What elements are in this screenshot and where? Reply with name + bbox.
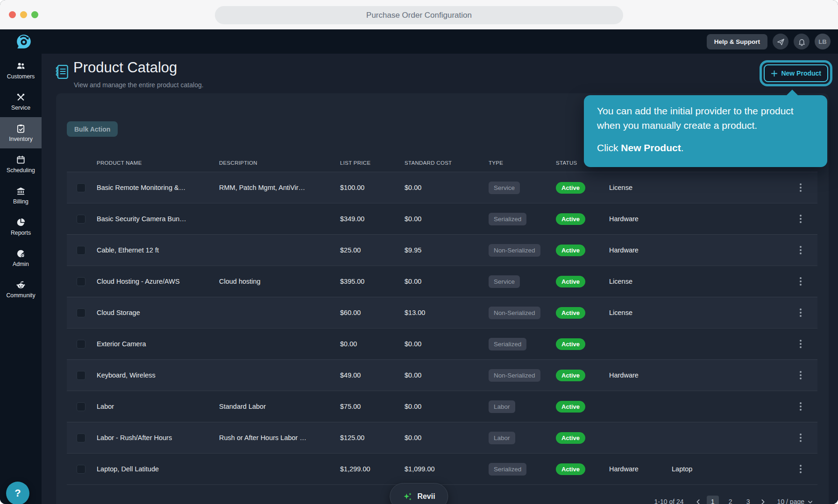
cell-list-price: $349.00 [340,215,405,223]
row-actions-kebab-icon[interactable] [798,432,803,444]
cell-product-name: Cable, Ethernet 12 ft [97,246,219,254]
cell-product-name: Labor [97,403,219,410]
type-badge: Service [489,182,520,194]
row-actions-kebab-icon[interactable] [798,275,803,287]
window-minimize-button[interactable] [20,11,27,18]
status-badge: Active [556,182,585,194]
sidebar-item-admin[interactable]: Admin [0,242,42,273]
sidebar-label: Admin [13,261,29,267]
app-logo-icon[interactable] [15,33,32,50]
row-checkbox[interactable] [77,371,85,380]
tour-tooltip-cta: Click New Product. [597,140,806,155]
sidebar-item-billing[interactable]: Billing [0,180,42,211]
type-badge: Serialized [489,338,526,350]
type-badge: Labor [489,400,515,413]
pagination-prev-icon[interactable] [695,499,701,504]
bulk-action-button[interactable]: Bulk Action [67,121,118,137]
cell-standard-cost: $9.95 [405,246,489,254]
status-badge: Active [556,338,585,350]
status-badge: Active [556,213,585,225]
pagination-range: 1-10 of 24 [654,498,684,504]
sidebar-item-service[interactable]: Service [0,86,42,117]
cell-list-price: $75.00 [340,403,405,410]
window-titlebar: Purchase Order Configuration [0,0,838,29]
row-checkbox[interactable] [77,183,85,192]
col-product-name: PRODUCT NAME [97,160,219,166]
row-actions-kebab-icon[interactable] [798,463,803,475]
cell-product-name: Keyboard, Wireless [97,371,219,379]
notifications-button[interactable] [794,34,810,49]
cell-category: Hardware [609,465,672,473]
sidebar-item-community[interactable]: Community [0,273,42,305]
chevron-down-icon [808,499,813,504]
sparkles-icon [403,492,412,502]
sidebar-item-reports[interactable]: Reports [0,211,42,242]
window-close-button[interactable] [9,11,16,18]
sidebar-label: Service [11,105,30,111]
sidebar-item-inventory[interactable]: Inventory [0,117,42,148]
row-checkbox[interactable] [77,277,85,286]
cell-standard-cost: $13.00 [405,309,489,316]
sidebar-item-scheduling[interactable]: Scheduling [0,148,42,180]
row-checkbox[interactable] [77,246,85,255]
table-row: Labor Standard Labor $75.00 $0.00 Labor … [67,391,817,422]
send-feedback-button[interactable] [773,34,788,49]
sidebar-item-customers[interactable]: Customers [0,55,42,86]
row-checkbox[interactable] [77,215,85,224]
cell-list-price: $395.00 [340,278,405,285]
product-table: PRODUCT NAME DESCRIPTION LIST PRICE STAN… [67,154,817,504]
new-product-button[interactable]: New Product [764,64,828,82]
revii-label: Revii [417,492,435,501]
row-checkbox[interactable] [77,340,85,349]
pagination-next-icon[interactable] [760,499,766,504]
row-actions-kebab-icon[interactable] [798,338,803,350]
page-size-select[interactable]: 10 / page [777,498,813,504]
product-catalog-icon [53,63,71,81]
row-actions-kebab-icon[interactable] [798,369,803,381]
top-nav: Help & Support LB [0,29,838,54]
row-checkbox[interactable] [77,434,85,442]
cell-standard-cost: $0.00 [405,371,489,379]
revii-assistant-button[interactable]: Revii [390,483,448,504]
status-badge: Active [556,463,585,475]
pagination-page-2[interactable]: 2 [724,496,737,504]
cell-product-name: Labor - Rush/After Hours [97,434,219,441]
type-badge: Labor [489,432,515,444]
row-checkbox[interactable] [77,465,85,474]
people-icon [16,61,26,71]
cell-description: Cloud hosting [219,278,340,285]
col-standard-cost: STANDARD COST [405,160,489,166]
question-mark-icon: ? [14,487,21,499]
cell-standard-cost: $0.00 [405,215,489,223]
pagination-page-3[interactable]: 3 [742,496,754,504]
row-actions-kebab-icon[interactable] [798,182,803,194]
table-row: Labor - Rush/After Hours Rush or After H… [67,422,817,453]
cell-standard-cost: $0.00 [405,340,489,348]
cell-description: Rush or After Hours Labor … [219,434,340,441]
help-fab-button[interactable]: ? [6,482,29,504]
row-checkbox[interactable] [77,308,85,317]
sidebar-label: Customers [7,73,35,80]
help-support-button[interactable]: Help & Support [707,34,767,49]
row-actions-kebab-icon[interactable] [798,213,803,225]
sidebar-label: Scheduling [7,167,35,174]
row-actions-kebab-icon[interactable] [798,307,803,319]
row-actions-kebab-icon[interactable] [798,400,803,413]
page-title: Product Catalog [73,59,177,76]
row-checkbox[interactable] [77,402,85,411]
cell-product-name: Cloud Hosting - Azure/AWS [97,278,219,285]
table-body: Basic Remote Monitoring &… RMM, Patch Mg… [67,172,817,485]
row-actions-kebab-icon[interactable] [798,244,803,256]
cell-category: License [609,309,672,316]
type-badge: Non-Serialized [489,307,540,319]
app-window: Purchase Order Configuration Help & Supp… [0,0,838,504]
type-badge: Service [489,275,520,288]
plus-icon [771,70,778,77]
paper-plane-icon [776,37,785,46]
tour-tooltip: You can add the initial provider to the … [584,95,827,167]
pagination-page-1[interactable]: 1 [707,496,719,504]
window-zoom-button[interactable] [31,11,38,18]
cell-product-name: Laptop, Dell Latitude [97,465,219,473]
table-row: Basic Security Camera Bun… $349.00 $0.00… [67,203,817,234]
user-avatar[interactable]: LB [815,34,831,49]
